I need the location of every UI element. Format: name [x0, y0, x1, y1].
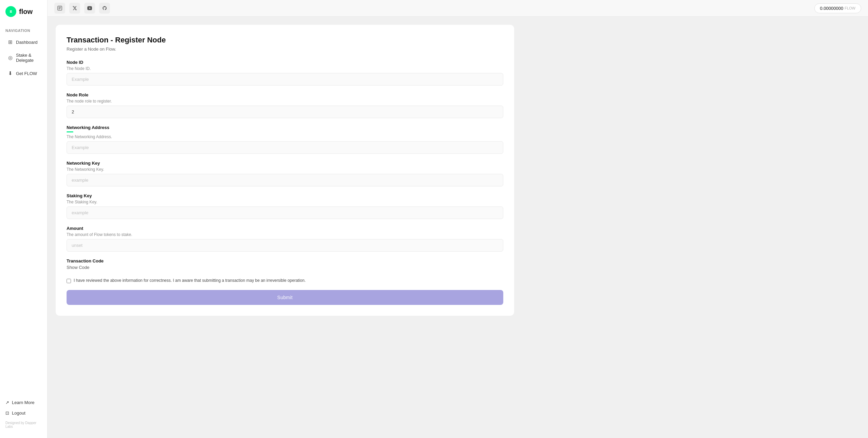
- transaction-code-label: Transaction Code: [67, 258, 503, 263]
- logout-label: Logout: [12, 410, 25, 416]
- svg-rect-4: [59, 9, 60, 9]
- sidebar-bottom: ↗ Learn More ⊡ Logout Designed by Dapper…: [0, 397, 47, 438]
- field-group-networking-address: Networking Address The Networking Addres…: [67, 125, 503, 154]
- sidebar: flow Navigation ⊞ Dashboard ◎ Stake & De…: [0, 0, 48, 438]
- page-title: Transaction - Register Node: [67, 36, 503, 44]
- page-subtitle: Register a Node on Flow.: [67, 47, 503, 52]
- networking-address-label: Networking Address: [67, 125, 503, 130]
- transaction-code-section: Transaction Code Show Code: [67, 258, 503, 270]
- node-role-label: Node Role: [67, 92, 503, 97]
- field-group-amount: Amount The amount of Flow tokens to stak…: [67, 226, 503, 252]
- show-code-link[interactable]: Show Code: [67, 265, 89, 270]
- sidebar-item-dashboard-label: Dashboard: [16, 40, 38, 45]
- learn-more-label: Learn More: [12, 400, 34, 405]
- twitter-icon-button[interactable]: [69, 3, 80, 14]
- field-group-node-id: Node ID The Node ID.: [67, 60, 503, 86]
- nav-section-label: Navigation: [0, 23, 47, 35]
- staking-key-label: Staking Key: [67, 193, 503, 198]
- get-flow-icon: ⬇: [8, 70, 13, 76]
- content-area: Transaction - Register Node Register a N…: [48, 17, 868, 438]
- sidebar-item-get-flow[interactable]: ⬇ Get FLOW: [3, 67, 44, 80]
- balance-amount: 0.00000000: [820, 6, 844, 11]
- designed-by-label: Designed by Dapper Labs: [0, 418, 47, 431]
- stake-icon: ◎: [8, 55, 13, 61]
- learn-more-icon: ↗: [5, 400, 9, 405]
- balance-token: FLOW: [845, 6, 855, 10]
- sidebar-item-dashboard[interactable]: ⊞ Dashboard: [3, 36, 44, 49]
- field-group-networking-key: Networking Key The Networking Key.: [67, 161, 503, 186]
- sidebar-item-logout[interactable]: ⊡ Logout: [0, 408, 47, 418]
- amount-desc: The amount of Flow tokens to stake.: [67, 232, 503, 237]
- node-id-label: Node ID: [67, 60, 503, 65]
- app-title: flow: [19, 8, 33, 16]
- main-area: 0.00000000 FLOW Transaction - Register N…: [48, 0, 868, 438]
- balance-display: 0.00000000 FLOW: [814, 3, 861, 13]
- svg-rect-2: [59, 7, 61, 7]
- amount-label: Amount: [67, 226, 503, 231]
- networking-key-label: Networking Key: [67, 161, 503, 166]
- blog-icon-button[interactable]: [54, 3, 65, 14]
- networking-address-desc: The Networking Address.: [67, 134, 503, 139]
- networking-address-indicator: [67, 131, 73, 132]
- review-checkbox[interactable]: [67, 279, 71, 283]
- staking-key-input[interactable]: [67, 206, 503, 219]
- svg-rect-3: [59, 8, 61, 8]
- logout-icon: ⊡: [5, 410, 9, 416]
- field-group-staking-key: Staking Key The Staking Key.: [67, 193, 503, 219]
- node-role-desc: The node role to register.: [67, 99, 503, 104]
- github-icon-button[interactable]: [99, 3, 110, 14]
- submit-button[interactable]: Submit: [67, 290, 503, 305]
- sidebar-item-get-flow-label: Get FLOW: [16, 71, 37, 76]
- networking-address-input[interactable]: [67, 141, 503, 154]
- sidebar-item-stake-label: Stake & Delegate: [16, 53, 39, 63]
- networking-key-input[interactable]: [67, 174, 503, 186]
- node-role-input[interactable]: [67, 106, 503, 118]
- amount-input[interactable]: [67, 239, 503, 252]
- dashboard-icon: ⊞: [8, 39, 13, 45]
- sidebar-item-stake-delegate[interactable]: ◎ Stake & Delegate: [3, 49, 44, 66]
- transaction-card: Transaction - Register Node Register a N…: [56, 25, 514, 316]
- staking-key-desc: The Staking Key.: [67, 200, 503, 204]
- youtube-icon-button[interactable]: [84, 3, 95, 14]
- networking-key-desc: The Networking Key.: [67, 167, 503, 172]
- field-group-node-role: Node Role The node role to register.: [67, 92, 503, 118]
- review-checkbox-label: I have reviewed the above information fo…: [74, 278, 306, 283]
- node-id-input[interactable]: [67, 73, 503, 86]
- flow-logo-icon: [5, 6, 16, 17]
- sidebar-logo[interactable]: flow: [0, 0, 47, 23]
- sidebar-item-learn-more[interactable]: ↗ Learn More: [0, 397, 47, 408]
- node-id-desc: The Node ID.: [67, 66, 503, 71]
- review-checkbox-row: I have reviewed the above information fo…: [67, 278, 503, 283]
- topbar: 0.00000000 FLOW: [48, 0, 868, 17]
